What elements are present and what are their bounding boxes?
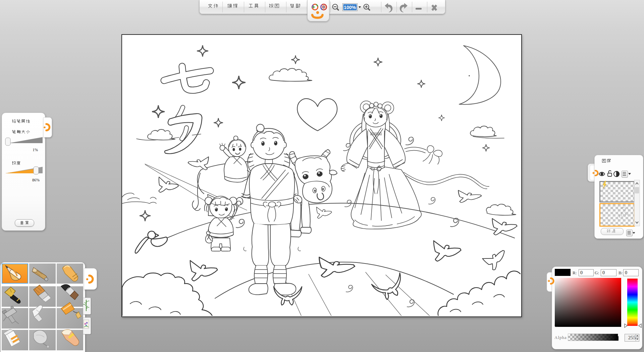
svg-text:100%: 100% [344, 5, 356, 10]
